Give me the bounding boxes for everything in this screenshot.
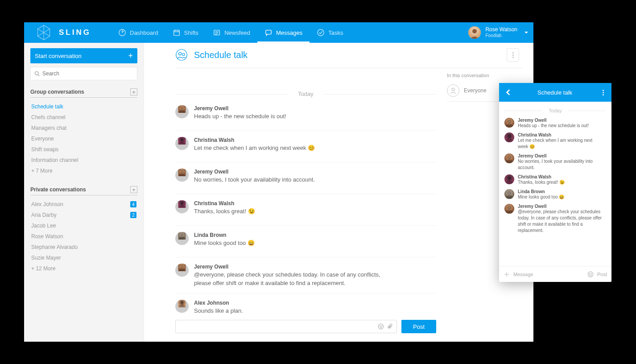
nav-tasks[interactable]: Tasks xyxy=(310,22,350,43)
sidebar-item[interactable]: + 7 More xyxy=(30,165,137,176)
svg-point-9 xyxy=(178,52,181,55)
sidebar-item[interactable]: Managers chat xyxy=(30,123,137,133)
add-group-button[interactable]: + xyxy=(130,88,137,95)
message-text: Thanks, looks great! 😉 xyxy=(518,179,565,186)
svg-rect-1 xyxy=(173,30,179,36)
sidebar-item[interactable]: Alex Johnson4 xyxy=(30,199,137,210)
sidebar-item[interactable]: Stephanie Alvarado xyxy=(30,242,137,252)
mobile-message: Christina WalshThanks, looks great! 😉 xyxy=(504,174,606,186)
mobile-title: Schedule talk xyxy=(510,89,600,96)
attachment-icon[interactable] xyxy=(504,271,510,277)
avatar xyxy=(504,132,514,142)
svg-point-46 xyxy=(508,155,512,159)
message-sender: Linda Brown xyxy=(194,232,255,238)
sidebar-item[interactable]: Everyone xyxy=(30,133,137,144)
today-divider: Today xyxy=(175,91,436,97)
avatar xyxy=(504,174,514,184)
message-sender: Christina Walsh xyxy=(194,137,315,143)
search-box[interactable] xyxy=(30,67,137,80)
svg-point-58 xyxy=(590,273,590,274)
mobile-compose-placeholder: Message xyxy=(513,272,587,277)
sidebar-item[interactable]: Jacob Lee xyxy=(30,220,137,231)
attachment-icon[interactable] xyxy=(387,323,393,330)
group-conversations-title: Group conversations xyxy=(30,89,84,95)
in-this-conversation-label: In this conversation xyxy=(447,73,523,78)
start-conversation-button[interactable]: Start conversation + xyxy=(30,48,137,63)
message-sender: Jeremy Owell xyxy=(194,169,315,175)
sidebar-item[interactable]: Rose Watson xyxy=(30,231,137,242)
mobile-message: Jeremy OwellHeads up - the new schedule … xyxy=(504,118,606,129)
sidebar-item[interactable]: Suzie Mayer xyxy=(30,252,137,263)
sidebar-item[interactable]: Information channel xyxy=(30,155,137,165)
chat-area: Today Jeremy OwellHeads up - the new sch… xyxy=(155,68,447,333)
user-menu[interactable]: Rose Watson Foodlab xyxy=(468,26,528,39)
unread-badge: 4 xyxy=(130,201,136,207)
avatar xyxy=(504,153,514,163)
mobile-message: Jeremy Owell@everyone, please check your… xyxy=(504,204,606,234)
svg-point-27 xyxy=(181,265,184,268)
svg-point-21 xyxy=(181,202,184,205)
svg-point-52 xyxy=(508,191,512,195)
mobile-today-divider: Today xyxy=(504,108,606,113)
chat-main: Schedule talk Today Jeremy OwellHeads up… xyxy=(144,43,533,342)
sidebar-item[interactable]: Shift swaps xyxy=(30,144,137,155)
message-sender: Jeremy Owell xyxy=(194,264,381,270)
chat-title: Schedule talk xyxy=(194,50,248,60)
mobile-preview: Schedule talk Today Jeremy OwellHeads up… xyxy=(499,83,611,282)
nav-shifts[interactable]: Shifts xyxy=(165,22,206,43)
message-sender: Christina Walsh xyxy=(194,200,255,207)
mobile-body: Today Jeremy OwellHeads up - the new sch… xyxy=(499,102,611,266)
svg-point-4 xyxy=(318,29,324,36)
logo[interactable]: SLING xyxy=(24,25,111,41)
message-sender: Christina Walsh xyxy=(518,174,565,179)
sidebar-item[interactable]: Schedule talk xyxy=(30,101,137,112)
mobile-composer[interactable]: Message Post xyxy=(499,266,611,282)
main-nav: DashboardShiftsNewsfeedMessagesTasks xyxy=(111,22,350,43)
svg-point-30 xyxy=(181,301,184,304)
message-text: Let me check when I am working next week… xyxy=(518,137,603,150)
svg-point-12 xyxy=(181,107,184,110)
nav-newsfeed[interactable]: Newsfeed xyxy=(206,22,257,43)
emoji-icon[interactable] xyxy=(378,323,384,330)
search-input[interactable] xyxy=(42,70,133,77)
message: Jeremy OwellHeads up - the new schedule … xyxy=(175,105,436,131)
message: Christina WalshThanks, looks great! 😉 xyxy=(175,200,436,226)
sidebar-item[interactable]: + 12 More xyxy=(30,263,137,274)
user-org: Foodlab xyxy=(485,33,517,38)
add-private-button[interactable]: + xyxy=(130,186,137,193)
avatar xyxy=(175,300,189,313)
post-button[interactable]: Post xyxy=(401,320,436,333)
message-text: @everyone, please check your schedules t… xyxy=(194,271,381,288)
svg-point-35 xyxy=(378,324,383,329)
group-conversation-list: Schedule talkChefs channelManagers chatE… xyxy=(30,101,137,176)
message-sender: Linda Brown xyxy=(518,189,564,194)
mobile-post-label: Post xyxy=(597,272,607,277)
sidebar-item[interactable]: Chefs channel xyxy=(30,112,137,123)
message-sender: Jeremy Owell xyxy=(194,105,286,112)
mobile-more-button[interactable] xyxy=(600,90,606,95)
chevron-down-icon xyxy=(524,32,528,33)
message-text: Heads up - the new schedule is out! xyxy=(518,123,589,129)
avatar xyxy=(504,189,514,199)
avatar xyxy=(468,26,481,39)
private-conversation-list: Alex Johnson4Aria Darby2Jacob LeeRose Wa… xyxy=(30,199,137,274)
svg-point-10 xyxy=(182,54,185,56)
svg-point-55 xyxy=(508,206,512,210)
svg-point-38 xyxy=(452,88,454,91)
svg-point-6 xyxy=(472,29,477,33)
mobile-message: Linda BrownMine looks good too 😄 xyxy=(504,189,606,200)
user-text: Rose Watson Foodlab xyxy=(485,27,517,38)
chat-more-button[interactable] xyxy=(507,48,519,62)
sidebar-item[interactable]: Aria Darby2 xyxy=(30,210,137,220)
message-text: Mine looks good too 😄 xyxy=(194,239,255,248)
message: Jeremy Owell@everyone, please check your… xyxy=(175,264,436,294)
svg-rect-3 xyxy=(266,30,272,34)
nav-messages[interactable]: Messages xyxy=(257,22,310,43)
compose-input[interactable] xyxy=(175,320,397,333)
nav-dashboard[interactable]: Dashboard xyxy=(111,22,165,43)
svg-point-18 xyxy=(181,170,184,173)
logo-text: SLING xyxy=(59,28,91,37)
emoji-icon[interactable] xyxy=(587,271,594,277)
avatar xyxy=(175,232,189,245)
avatar xyxy=(175,264,189,277)
